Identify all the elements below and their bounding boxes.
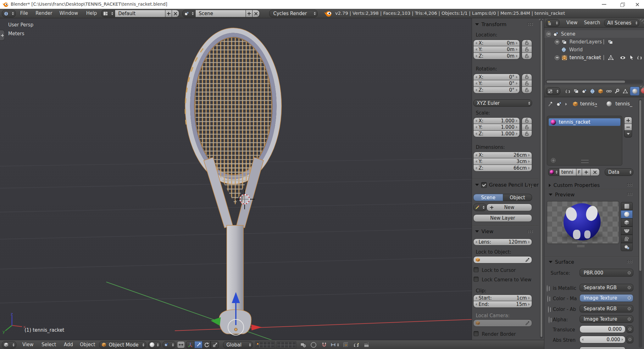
lock-location-x[interactable] [522,40,532,46]
viewport-menu-object[interactable]: Object [80,342,95,347]
lock-scale-x[interactable] [522,117,532,124]
preview-type-flat-button[interactable] [621,202,633,210]
tab-modifiers[interactable] [613,87,621,95]
collapse-scene-icon[interactable] [546,32,551,37]
panel-header-custom-properties[interactable]: Custom Properties [549,182,600,188]
mesh-data-icon[interactable] [608,55,613,60]
renderability-camera-icon[interactable] [637,55,642,60]
proportional-edit-toggle[interactable] [309,341,318,348]
material-name-field[interactable]: tenni [559,168,576,176]
render-border-checkbox[interactable] [474,331,479,336]
panel-header-view[interactable]: View [475,228,493,234]
panel-header-transform[interactable]: Transform [475,21,507,27]
scene-icon-button[interactable] [182,10,196,17]
toolshelf-expand-tab[interactable] [0,30,5,41]
clip-start-field[interactable]: Start:1cm [473,295,532,301]
material-slot-selected[interactable]: tennis_racket [549,118,620,126]
selectability-cursor-icon[interactable] [630,55,634,60]
layout-name-field[interactable]: Default [115,10,165,17]
material-specials-button[interactable] [624,131,632,138]
location-x-field[interactable]: X:0m [473,40,520,46]
manipulator-axes-button[interactable] [186,341,194,348]
expand-row-icon[interactable] [547,296,548,302]
add-scene-button[interactable] [246,10,253,17]
surface-shader-select[interactable]: PBR.000 [580,269,633,277]
menu-help[interactable]: Help [86,10,97,16]
viewport-shading-select[interactable] [148,341,161,348]
tab-constraints[interactable] [605,87,613,95]
expand-row-icon[interactable] [548,306,549,313]
panel-header-surface[interactable]: Surface [549,259,574,265]
eyedropper-icon[interactable] [525,258,530,262]
panel-header-preview[interactable]: Preview [549,192,575,198]
outliner-row-world[interactable]: World [544,46,644,53]
scale-z-field[interactable]: Z:1.000 [473,131,520,137]
grease-data-selector[interactable] [473,204,486,211]
rotation-z-field[interactable]: Z:0° [473,87,520,93]
menu-window[interactable]: Window [59,10,78,16]
dimensions-y-field[interactable]: Y:3cm [473,158,532,165]
transform-orientation-select[interactable]: Global [223,341,253,348]
outliner-hscrollbar[interactable] [546,80,643,84]
layer-grid-2[interactable] [277,341,296,348]
scrollbar-thumb[interactable] [639,100,642,271]
tab-object[interactable] [597,87,605,95]
tab-world[interactable] [588,87,597,95]
outliner-menu-view[interactable]: View [566,20,578,25]
menu-render[interactable]: Render [36,10,52,16]
surface-row-value-button[interactable]: Separate RGB [580,284,633,291]
outliner-row-object[interactable]: tennis_racket [544,54,644,61]
surface-row-value-button[interactable]: Image Texture [580,315,633,323]
outliner-menu-search[interactable]: Search [584,20,600,25]
expand-renderlayers-icon[interactable] [555,40,559,44]
tab-scene[interactable] [580,87,588,95]
scrollbar-thumb[interactable] [546,80,625,83]
dimensions-x-field[interactable]: X:26cm [473,152,532,158]
preview-type-cube-button[interactable] [621,218,633,227]
new-layer-button[interactable]: New Layer [473,214,532,222]
manipulator-scale-button[interactable] [211,341,219,348]
grease-new-button[interactable]: New [486,204,532,211]
scene-breadcrumb-icon[interactable] [556,101,562,106]
grease-pencil-checkbox[interactable] [481,182,487,188]
scale-x-field[interactable]: X:1.000 [473,117,520,124]
expand-row-icon[interactable] [549,317,549,323]
slot-list-expand-icon[interactable] [551,158,556,163]
material-slot-list[interactable]: tennis_racket [547,116,622,166]
snap-element-select[interactable] [330,341,341,348]
viewport-menu-view[interactable]: View [22,342,34,347]
surface-next-field-partial[interactable] [580,347,625,349]
lock-rotation-y[interactable] [522,80,532,87]
outliner-scope-select[interactable]: All Scenes [604,19,639,27]
layer-cell-active[interactable] [256,342,259,345]
clip-end-field[interactable]: End:15m [473,301,532,308]
expand-object-icon[interactable] [555,55,559,60]
expand-row-icon[interactable] [547,285,547,292]
socket-button[interactable] [626,325,633,333]
add-layout-button[interactable] [165,10,172,17]
rotation-y-field[interactable]: Y:0° [473,80,520,87]
delete-layout-button[interactable] [172,10,179,17]
manipulator-translate-button[interactable] [194,341,203,348]
material-breadcrumb-icon[interactable] [607,101,612,106]
manipulator-rotate-button[interactable] [203,341,211,348]
layer-grid-1[interactable] [255,341,275,348]
lock-camera-checkbox[interactable] [474,277,479,282]
preview-type-world-button[interactable] [621,243,633,251]
panel-grip[interactable] [527,230,534,233]
renderlayer-toggle-icon[interactable] [608,40,613,44]
editor-type-selector-properties[interactable] [546,87,560,95]
pin-icon[interactable] [547,101,554,107]
scale-y-field[interactable]: Y:1.000 [473,124,520,131]
add-material-slot-button[interactable] [624,117,632,124]
scrollbar-thumb[interactable] [540,20,543,337]
remove-material-slot-button[interactable] [624,124,632,131]
dimensions-z-field[interactable]: Z:66cm [473,165,532,172]
socket-button[interactable] [626,336,633,343]
editor-type-selector-3dview[interactable] [2,341,16,348]
breadcrumb-object-name[interactable]: tennis_ [580,101,597,107]
tab-material-active[interactable] [630,87,640,96]
material-browse-button[interactable] [548,168,559,176]
snap-toggle[interactable] [320,341,328,348]
outliner-row-scene[interactable]: Scene [544,30,644,38]
